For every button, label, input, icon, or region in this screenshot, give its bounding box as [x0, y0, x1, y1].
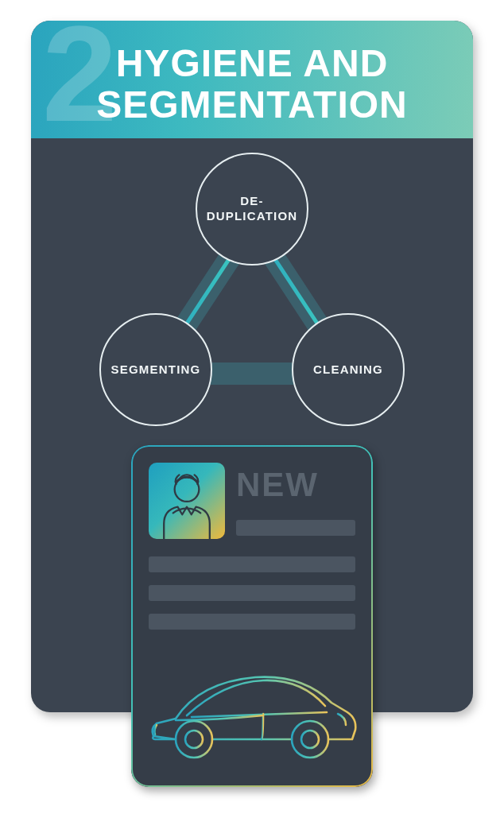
- svg-point-9: [185, 731, 203, 748]
- placeholder-line: [149, 614, 355, 630]
- placeholder-line: [149, 585, 355, 601]
- title-line-1: HYGIENE AND: [116, 42, 389, 84]
- node-label: DE- DUPLICATION: [207, 194, 298, 224]
- car-icon: [144, 650, 360, 769]
- svg-point-10: [292, 721, 328, 758]
- node-cleaning: CLEANING: [292, 313, 405, 426]
- node-label: SEGMENTING: [111, 362, 201, 378]
- profile-tag: NEW: [236, 466, 319, 504]
- placeholder-line: [149, 556, 355, 572]
- title-line-2: SEGMENTATION: [96, 83, 408, 126]
- placeholder-line: [236, 520, 355, 536]
- card-title: HYGIENE AND SEGMENTATION: [31, 43, 473, 126]
- profile-card: NEW: [131, 445, 373, 787]
- header-band: 2 HYGIENE AND SEGMENTATION: [31, 21, 473, 138]
- avatar: [149, 463, 225, 539]
- node-segmenting: SEGMENTING: [99, 313, 212, 426]
- triangle-diagram: DE- DUPLICATION SEGMENTING CLEANING: [31, 138, 473, 424]
- svg-point-11: [301, 731, 319, 748]
- svg-point-8: [176, 721, 212, 758]
- node-deduplication: DE- DUPLICATION: [196, 153, 308, 266]
- person-icon: [149, 463, 225, 539]
- node-label: CLEANING: [313, 362, 383, 378]
- car-illustration: [144, 650, 360, 769]
